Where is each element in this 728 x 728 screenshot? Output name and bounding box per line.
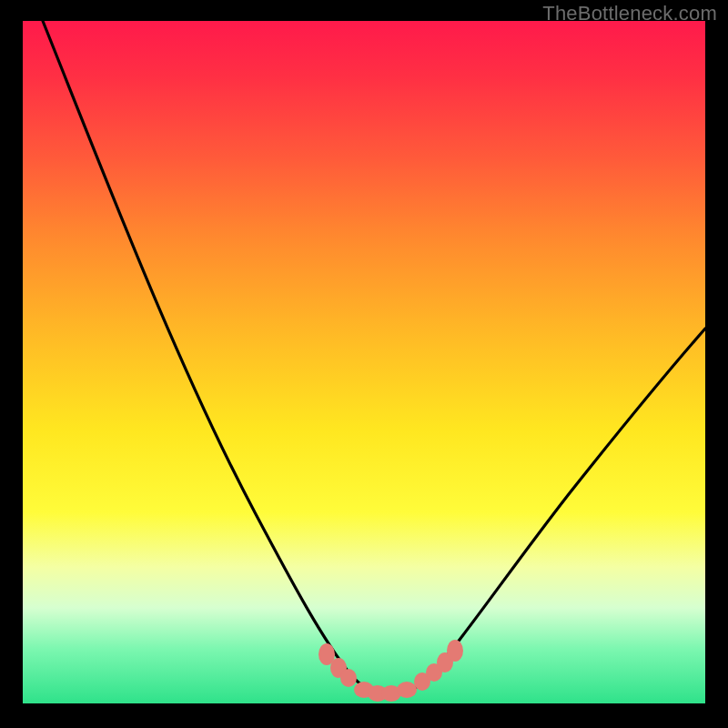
chart-svg [23, 21, 705, 703]
chart-frame: TheBottleneck.com [0, 0, 728, 728]
marker-cluster [318, 640, 463, 702]
marker-dot [447, 640, 463, 662]
marker-dot [397, 682, 417, 698]
marker-dot [340, 669, 357, 687]
bottleneck-curve [43, 21, 705, 694]
watermark-text: TheBottleneck.com [542, 2, 717, 25]
chart-plot-area [23, 21, 705, 703]
